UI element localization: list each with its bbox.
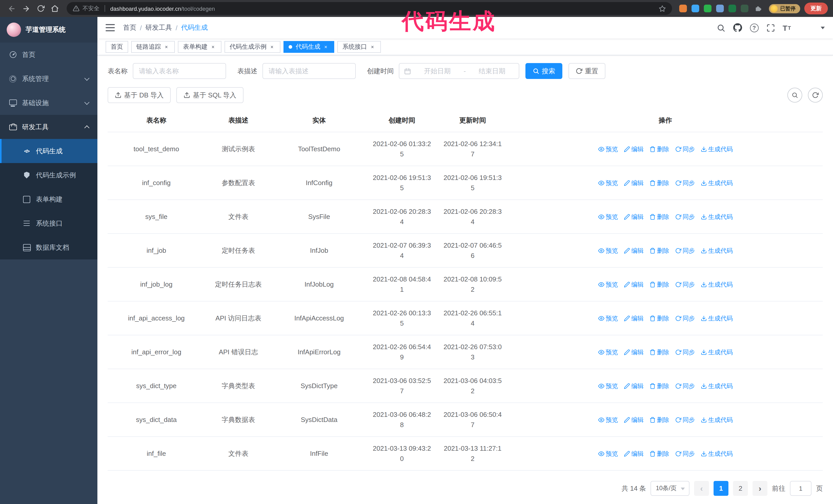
next-page-button[interactable] xyxy=(753,481,767,496)
tag-tab[interactable]: 首页 xyxy=(105,41,128,52)
tag-tab[interactable]: 链路追踪 xyxy=(131,41,175,52)
sync-link[interactable]: 同步 xyxy=(675,246,695,255)
generate-code-link[interactable]: 生成代码 xyxy=(700,144,733,153)
close-icon[interactable] xyxy=(163,43,170,50)
search-button[interactable]: 搜索 xyxy=(525,63,562,79)
ext-green-dark-icon[interactable] xyxy=(729,5,736,12)
preview-link[interactable]: 预览 xyxy=(598,449,618,458)
question-icon[interactable] xyxy=(750,23,758,32)
edit-link[interactable]: 编辑 xyxy=(624,347,644,357)
delete-link[interactable]: 删除 xyxy=(649,144,669,153)
delete-link[interactable]: 删除 xyxy=(649,381,669,390)
sidebar-item[interactable]: 系统管理 xyxy=(0,67,97,91)
preview-link[interactable]: 预览 xyxy=(598,280,618,289)
import-db-button[interactable]: 基于 DB 导入 xyxy=(108,87,171,103)
app-logo[interactable]: 芋道管理系统 xyxy=(0,17,97,43)
font-size-icon[interactable] xyxy=(783,23,791,32)
sync-link[interactable]: 同步 xyxy=(675,314,695,323)
back-icon[interactable] xyxy=(5,2,19,15)
delete-link[interactable]: 删除 xyxy=(649,415,669,424)
sidebar-subitem[interactable]: 代码生成示例 xyxy=(0,163,97,187)
delete-link[interactable]: 删除 xyxy=(649,280,669,289)
search-icon[interactable] xyxy=(716,23,725,32)
edit-link[interactable]: 编辑 xyxy=(624,280,644,289)
ext-orange-icon[interactable] xyxy=(679,5,687,12)
table-desc-input[interactable] xyxy=(262,63,356,79)
sidebar-subitem[interactable]: 表单构建 xyxy=(0,187,97,211)
sync-link[interactable]: 同步 xyxy=(675,381,695,390)
sync-link[interactable]: 同步 xyxy=(675,449,695,458)
user-avatar[interactable] xyxy=(799,21,813,35)
edit-link[interactable]: 编辑 xyxy=(624,381,644,390)
preview-link[interactable]: 预览 xyxy=(598,314,618,323)
tag-tab[interactable]: 系统接口 xyxy=(337,41,381,52)
generate-code-link[interactable]: 生成代码 xyxy=(700,347,733,357)
edit-link[interactable]: 编辑 xyxy=(624,449,644,458)
preview-link[interactable]: 预览 xyxy=(598,347,618,357)
breadcrumb-item[interactable]: 代码生成 xyxy=(172,23,208,32)
sidebar-item[interactable]: 首页 xyxy=(0,43,97,67)
breadcrumb-item[interactable]: 研发工具 xyxy=(136,23,172,32)
refresh-table-button[interactable] xyxy=(808,88,823,102)
caret-down-icon[interactable] xyxy=(821,26,825,29)
delete-link[interactable]: 删除 xyxy=(649,178,669,187)
generate-code-link[interactable]: 生成代码 xyxy=(700,381,733,390)
forward-icon[interactable] xyxy=(20,2,33,15)
preview-link[interactable]: 预览 xyxy=(598,212,618,221)
chrome-update-button[interactable]: 更新 xyxy=(804,3,828,14)
goto-page-input[interactable] xyxy=(790,481,811,496)
delete-link[interactable]: 删除 xyxy=(649,246,669,255)
sidebar-subitem[interactable]: 系统接口 xyxy=(0,211,97,235)
generate-code-link[interactable]: 生成代码 xyxy=(700,449,733,458)
delete-link[interactable]: 删除 xyxy=(649,347,669,357)
preview-link[interactable]: 预览 xyxy=(598,381,618,390)
preview-link[interactable]: 预览 xyxy=(598,178,618,187)
preview-link[interactable]: 预览 xyxy=(598,246,618,255)
import-sql-button[interactable]: 基于 SQL 导入 xyxy=(176,87,244,103)
ext-people-icon[interactable] xyxy=(716,5,724,12)
ext-forest-icon[interactable] xyxy=(741,5,748,12)
page-number[interactable]: 2 xyxy=(733,481,748,496)
sidebar-subitem[interactable]: 数据库文档 xyxy=(0,235,97,259)
edit-link[interactable]: 编辑 xyxy=(624,314,644,323)
sync-link[interactable]: 同步 xyxy=(675,280,695,289)
generate-code-link[interactable]: 生成代码 xyxy=(700,246,733,255)
sync-link[interactable]: 同步 xyxy=(675,415,695,424)
preview-link[interactable]: 预览 xyxy=(598,415,618,424)
page-size-select[interactable]: 10条/页 xyxy=(651,481,689,496)
sync-link[interactable]: 同步 xyxy=(675,144,695,153)
prev-page-button[interactable] xyxy=(694,481,709,496)
close-icon[interactable] xyxy=(269,43,275,50)
edit-link[interactable]: 编辑 xyxy=(624,178,644,187)
date-range-picker[interactable]: 开始日期 - 结束日期 xyxy=(399,63,519,79)
edit-link[interactable]: 编辑 xyxy=(624,415,644,424)
edit-link[interactable]: 编辑 xyxy=(624,246,644,255)
edit-link[interactable]: 编辑 xyxy=(624,212,644,221)
address-bar[interactable]: 不安全 dashboard.yudao.iocoder.cn/tool/code… xyxy=(67,2,672,15)
generate-code-link[interactable]: 生成代码 xyxy=(700,212,733,221)
fullscreen-icon[interactable] xyxy=(766,23,775,32)
delete-link[interactable]: 删除 xyxy=(649,314,669,323)
sidebar-subitem[interactable]: 代码生成 xyxy=(0,139,97,163)
page-number[interactable]: 1 xyxy=(714,481,729,496)
preview-link[interactable]: 预览 xyxy=(598,144,618,153)
extensions-puzzle-icon[interactable] xyxy=(754,4,762,13)
delete-link[interactable]: 删除 xyxy=(649,212,669,221)
sidebar-item[interactable]: 研发工具 xyxy=(0,115,97,139)
sync-link[interactable]: 同步 xyxy=(675,347,695,357)
generate-code-link[interactable]: 生成代码 xyxy=(700,415,733,424)
generate-code-link[interactable]: 生成代码 xyxy=(700,178,733,187)
tag-tab[interactable]: 表单构建 xyxy=(178,41,221,52)
delete-link[interactable]: 删除 xyxy=(649,449,669,458)
sync-link[interactable]: 同步 xyxy=(675,212,695,221)
generate-code-link[interactable]: 生成代码 xyxy=(700,280,733,289)
bookmark-star-icon[interactable] xyxy=(659,5,666,12)
home-icon[interactable] xyxy=(48,2,62,15)
close-icon[interactable] xyxy=(369,43,376,50)
github-icon[interactable] xyxy=(733,23,742,32)
tag-tab[interactable]: 代码生成示例 xyxy=(224,41,280,52)
generate-code-link[interactable]: 生成代码 xyxy=(700,314,733,323)
toggle-search-button[interactable] xyxy=(787,88,802,102)
close-icon[interactable] xyxy=(210,43,216,50)
reset-button[interactable]: 重置 xyxy=(569,63,605,79)
